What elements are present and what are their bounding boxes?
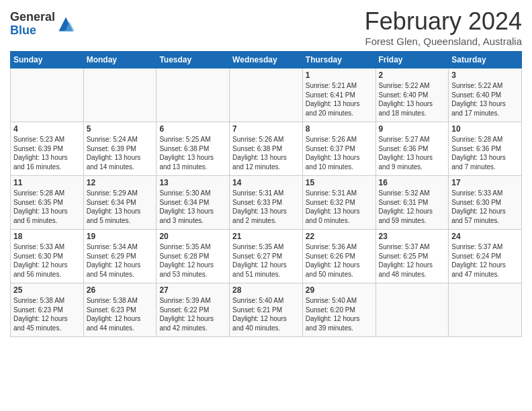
day-number: 7 (232, 124, 300, 134)
day-number: 2 (379, 71, 446, 80)
calendar-cell (375, 283, 449, 337)
day-info: Sunrise: 5:23 AM Sunset: 6:39 PM Dayligh… (13, 135, 81, 171)
day-number: 8 (306, 124, 373, 134)
day-number: 27 (159, 285, 226, 295)
calendar-cell (449, 283, 522, 337)
day-info: Sunrise: 5:24 AM Sunset: 6:39 PM Dayligh… (87, 135, 154, 171)
title-section: February 2024 Forest Glen, Queensland, A… (365, 7, 522, 47)
calendar-cell: 16Sunrise: 5:32 AM Sunset: 6:31 PM Dayli… (375, 176, 449, 230)
calendar-cell: 23Sunrise: 5:37 AM Sunset: 6:25 PM Dayli… (375, 230, 449, 283)
day-info: Sunrise: 5:30 AM Sunset: 6:34 PM Dayligh… (159, 189, 226, 225)
day-info: Sunrise: 5:26 AM Sunset: 6:37 PM Dayligh… (306, 135, 373, 171)
day-info: Sunrise: 5:38 AM Sunset: 6:23 PM Dayligh… (87, 296, 154, 332)
calendar-cell: 12Sunrise: 5:29 AM Sunset: 6:34 PM Dayli… (83, 176, 157, 230)
calendar-cell (83, 68, 157, 122)
day-number: 22 (306, 232, 373, 241)
day-number: 24 (451, 232, 519, 241)
header-saturday: Saturday (449, 52, 522, 68)
day-info: Sunrise: 5:35 AM Sunset: 6:28 PM Dayligh… (159, 242, 226, 279)
calendar-cell: 17Sunrise: 5:33 AM Sunset: 6:30 PM Dayli… (449, 176, 522, 230)
day-info: Sunrise: 5:39 AM Sunset: 6:22 PM Dayligh… (159, 296, 226, 332)
day-number: 4 (13, 124, 81, 134)
day-info: Sunrise: 5:29 AM Sunset: 6:34 PM Dayligh… (87, 189, 154, 225)
day-info: Sunrise: 5:26 AM Sunset: 6:38 PM Dayligh… (232, 135, 300, 171)
day-info: Sunrise: 5:21 AM Sunset: 6:41 PM Dayligh… (306, 81, 373, 118)
calendar-cell: 24Sunrise: 5:37 AM Sunset: 6:24 PM Dayli… (449, 230, 522, 283)
day-info: Sunrise: 5:40 AM Sunset: 6:21 PM Dayligh… (232, 296, 300, 332)
calendar-subtitle: Forest Glen, Queensland, Australia (365, 36, 522, 47)
calendar-week-4: 18Sunrise: 5:33 AM Sunset: 6:30 PM Dayli… (11, 230, 522, 283)
day-info: Sunrise: 5:31 AM Sunset: 6:32 PM Dayligh… (306, 189, 373, 225)
calendar-table: Sunday Monday Tuesday Wednesday Thursday… (10, 51, 522, 337)
day-number: 9 (379, 124, 446, 134)
day-number: 28 (232, 285, 300, 295)
day-number: 15 (306, 178, 373, 187)
calendar-week-3: 11Sunrise: 5:28 AM Sunset: 6:35 PM Dayli… (11, 176, 522, 230)
calendar-cell: 9Sunrise: 5:27 AM Sunset: 6:36 PM Daylig… (375, 122, 449, 176)
day-info: Sunrise: 5:40 AM Sunset: 6:20 PM Dayligh… (306, 296, 373, 332)
day-info: Sunrise: 5:38 AM Sunset: 6:23 PM Dayligh… (13, 296, 81, 332)
calendar-cell: 15Sunrise: 5:31 AM Sunset: 6:32 PM Dayli… (302, 176, 375, 230)
calendar-cell: 5Sunrise: 5:24 AM Sunset: 6:39 PM Daylig… (83, 122, 157, 176)
day-number: 19 (87, 232, 154, 241)
calendar-cell: 11Sunrise: 5:28 AM Sunset: 6:35 PM Dayli… (11, 176, 84, 230)
calendar-week-1: 1Sunrise: 5:21 AM Sunset: 6:41 PM Daylig… (11, 68, 522, 122)
day-number: 21 (232, 232, 300, 241)
day-info: Sunrise: 5:22 AM Sunset: 6:40 PM Dayligh… (451, 81, 519, 118)
day-info: Sunrise: 5:33 AM Sunset: 6:30 PM Dayligh… (13, 242, 81, 279)
calendar-cell: 4Sunrise: 5:23 AM Sunset: 6:39 PM Daylig… (11, 122, 84, 176)
calendar-cell: 22Sunrise: 5:36 AM Sunset: 6:26 PM Dayli… (302, 230, 375, 283)
calendar-cell (157, 68, 230, 122)
calendar-cell: 25Sunrise: 5:38 AM Sunset: 6:23 PM Dayli… (11, 283, 84, 337)
logo-blue: Blue (10, 24, 36, 37)
day-info: Sunrise: 5:22 AM Sunset: 6:40 PM Dayligh… (379, 81, 446, 118)
calendar-cell: 13Sunrise: 5:30 AM Sunset: 6:34 PM Dayli… (157, 176, 230, 230)
calendar-cell: 2Sunrise: 5:22 AM Sunset: 6:40 PM Daylig… (375, 68, 449, 122)
day-number: 11 (13, 178, 81, 187)
day-number: 12 (87, 178, 154, 187)
day-number: 29 (306, 285, 373, 295)
day-info: Sunrise: 5:35 AM Sunset: 6:27 PM Dayligh… (232, 242, 300, 279)
day-info: Sunrise: 5:31 AM Sunset: 6:33 PM Dayligh… (232, 189, 300, 225)
header-tuesday: Tuesday (157, 52, 230, 68)
calendar-cell: 18Sunrise: 5:33 AM Sunset: 6:30 PM Dayli… (11, 230, 84, 283)
day-info: Sunrise: 5:32 AM Sunset: 6:31 PM Dayligh… (379, 189, 446, 225)
calendar-week-2: 4Sunrise: 5:23 AM Sunset: 6:39 PM Daylig… (11, 122, 522, 176)
calendar-week-5: 25Sunrise: 5:38 AM Sunset: 6:23 PM Dayli… (11, 283, 522, 337)
day-number: 6 (159, 124, 226, 134)
day-number: 18 (13, 232, 81, 241)
calendar-cell: 10Sunrise: 5:28 AM Sunset: 6:36 PM Dayli… (449, 122, 522, 176)
day-number: 16 (379, 178, 446, 187)
calendar-title: February 2024 (365, 7, 522, 36)
day-number: 17 (451, 178, 519, 187)
header-friday: Friday (375, 52, 449, 68)
calendar-cell: 8Sunrise: 5:26 AM Sunset: 6:37 PM Daylig… (302, 122, 375, 176)
day-info: Sunrise: 5:28 AM Sunset: 6:35 PM Dayligh… (13, 189, 81, 225)
weekday-header-row: Sunday Monday Tuesday Wednesday Thursday… (11, 52, 522, 68)
header-wednesday: Wednesday (230, 52, 303, 68)
header-thursday: Thursday (302, 52, 375, 68)
day-info: Sunrise: 5:37 AM Sunset: 6:25 PM Dayligh… (379, 242, 446, 279)
calendar-cell: 28Sunrise: 5:40 AM Sunset: 6:21 PM Dayli… (230, 283, 303, 337)
day-number: 10 (451, 124, 519, 134)
day-info: Sunrise: 5:27 AM Sunset: 6:36 PM Dayligh… (379, 135, 446, 171)
header-monday: Monday (83, 52, 157, 68)
day-number: 14 (232, 178, 300, 187)
day-info: Sunrise: 5:37 AM Sunset: 6:24 PM Dayligh… (451, 242, 519, 279)
calendar-cell (230, 68, 303, 122)
day-info: Sunrise: 5:34 AM Sunset: 6:29 PM Dayligh… (87, 242, 154, 279)
day-number: 1 (306, 71, 373, 80)
day-number: 23 (379, 232, 446, 241)
logo: General Blue (10, 11, 75, 38)
day-info: Sunrise: 5:28 AM Sunset: 6:36 PM Dayligh… (451, 135, 519, 171)
calendar-cell: 3Sunrise: 5:22 AM Sunset: 6:40 PM Daylig… (449, 68, 522, 122)
calendar-cell: 27Sunrise: 5:39 AM Sunset: 6:22 PM Dayli… (157, 283, 230, 337)
logo-general: General (10, 10, 55, 24)
calendar-cell: 20Sunrise: 5:35 AM Sunset: 6:28 PM Dayli… (157, 230, 230, 283)
calendar-cell: 7Sunrise: 5:26 AM Sunset: 6:38 PM Daylig… (230, 122, 303, 176)
day-info: Sunrise: 5:33 AM Sunset: 6:30 PM Dayligh… (451, 189, 519, 225)
calendar-cell: 19Sunrise: 5:34 AM Sunset: 6:29 PM Dayli… (83, 230, 157, 283)
header-sunday: Sunday (11, 52, 84, 68)
day-number: 26 (87, 285, 154, 295)
day-info: Sunrise: 5:25 AM Sunset: 6:38 PM Dayligh… (159, 135, 226, 171)
